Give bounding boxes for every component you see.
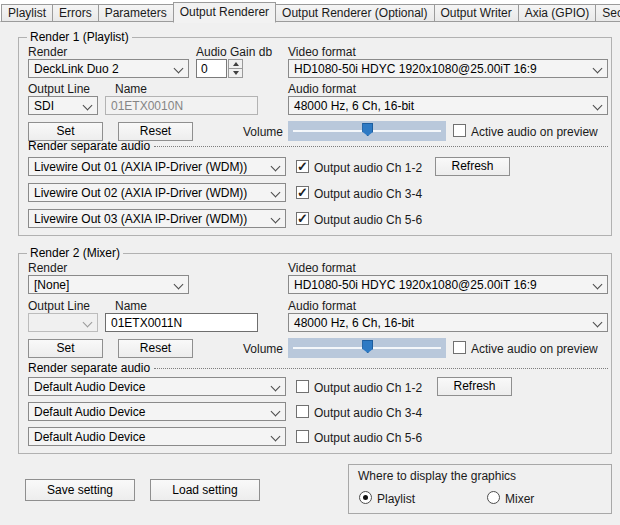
render1-separate-audio-header: Render separate audio (28, 139, 608, 153)
render1-audio-gain-label: Audio Gain db (196, 45, 272, 59)
render1-volume-label: Volume (241, 125, 283, 139)
dotted-separator (154, 368, 608, 369)
render2-reset-button[interactable]: Reset (118, 339, 193, 358)
render2-separate-audio-device-3[interactable]: Default Audio Device (28, 427, 286, 446)
render1-active-audio-label: Active audio on preview (471, 125, 598, 139)
chevron-down-icon (174, 64, 184, 74)
arrow-up-icon (233, 62, 239, 66)
tab-output-writer[interactable]: Output Writer (434, 4, 519, 22)
chevron-down-icon (271, 407, 281, 417)
device-value: Default Audio Device (34, 405, 145, 419)
render1-video-format-value: HD1080-50i HDYC 1920x1080@25.00iT 16:9 (294, 62, 537, 76)
chevron-down-icon (174, 280, 184, 290)
tab-output-renderer-optional[interactable]: Output Renderer (Optional) (275, 4, 434, 22)
chevron-down-icon (593, 280, 603, 290)
render2-refresh-button[interactable]: Refresh (437, 377, 512, 396)
render2-output-line-label: Output Line (28, 299, 90, 313)
render1-separate-audio-label: Render separate audio (28, 139, 150, 153)
render1-ch34-checkbox[interactable] (296, 186, 309, 199)
tab-errors[interactable]: Errors (52, 4, 99, 22)
spinner-down-button[interactable] (228, 68, 243, 78)
render1-render-value: DeckLink Duo 2 (34, 62, 119, 76)
chevron-down-icon (271, 214, 281, 224)
graphics-mixer-label: Mixer (505, 492, 534, 506)
render2-separate-audio-device-2[interactable]: Default Audio Device (28, 402, 286, 421)
render2-name-field[interactable] (105, 313, 258, 332)
render2-active-audio-checkbox[interactable] (453, 341, 466, 354)
device-value: Livewire Out 02 (AXIA IP-Driver (WDM)) (34, 186, 247, 200)
render1-separate-audio-device-3[interactable]: Livewire Out 03 (AXIA IP-Driver (WDM)) (28, 209, 286, 228)
render2-ch12-checkbox[interactable] (296, 380, 309, 393)
render2-render-select[interactable]: [None] (28, 275, 189, 294)
render1-separate-audio-device-1[interactable]: Livewire Out 01 (AXIA IP-Driver (WDM)) (28, 157, 286, 176)
render2-volume-label: Volume (241, 342, 283, 356)
render2-output-line-select[interactable] (28, 313, 98, 332)
chevron-down-icon (83, 318, 93, 328)
render1-audio-format-select[interactable]: 48000 Hz, 6 Ch, 16-bit (288, 96, 608, 115)
render2-video-format-value: HD1080-50i HDYC 1920x1080@25.00iT 16:9 (294, 278, 537, 292)
render1-ch12-checkbox[interactable] (296, 160, 309, 173)
device-value: Livewire Out 01 (AXIA IP-Driver (WDM)) (34, 160, 247, 174)
load-setting-button[interactable]: Load setting (150, 479, 260, 501)
render1-ch56-label: Output audio Ch 5-6 (314, 213, 422, 227)
graphics-display-groupbox: Where to display the graphics Playlist M… (348, 464, 612, 514)
graphics-group-title: Where to display the graphics (358, 469, 516, 483)
graphics-mixer-radio[interactable] (487, 491, 500, 504)
render2-audio-format-select[interactable]: 48000 Hz, 6 Ch, 16-bit (288, 313, 608, 332)
render1-audio-gain-stepper[interactable]: 0 (196, 59, 243, 78)
render1-ch56-checkbox[interactable] (296, 212, 309, 225)
render1-name-field[interactable] (105, 96, 258, 115)
render2-audio-format-value: 48000 Hz, 6 Ch, 16-bit (294, 316, 414, 330)
render1-output-line-select[interactable]: SDI (28, 96, 98, 115)
volume-slider-thumb[interactable] (362, 123, 373, 136)
render2-separate-audio-header: Render separate audio (28, 361, 608, 375)
tab-playlist[interactable]: Playlist (1, 4, 53, 22)
volume-slider-thumb[interactable] (362, 340, 373, 353)
render1-volume-slider[interactable] (288, 121, 446, 141)
render2-volume-slider[interactable] (288, 338, 446, 358)
tab-axia-gpio[interactable]: Axia (GPIO) (518, 4, 597, 22)
chevron-down-icon (593, 101, 603, 111)
render1-audio-format-label: Audio format (288, 82, 356, 96)
render1-render-select[interactable]: DeckLink Duo 2 (28, 59, 189, 78)
chevron-down-icon (593, 318, 603, 328)
chevron-down-icon (83, 101, 93, 111)
device-value: Livewire Out 03 (AXIA IP-Driver (WDM)) (34, 212, 247, 226)
tab-parameters[interactable]: Parameters (98, 4, 174, 22)
render2-render-value: [None] (34, 278, 69, 292)
render2-active-audio-label: Active audio on preview (471, 342, 598, 356)
render1-name-label: Name (115, 82, 147, 96)
render1-video-format-select[interactable]: HD1080-50i HDYC 1920x1080@25.00iT 16:9 (288, 59, 608, 78)
tab-output-renderer[interactable]: Output Renderer (173, 2, 276, 23)
render1-ch12-label: Output audio Ch 1-2 (314, 161, 422, 175)
render2-ch56-checkbox[interactable] (296, 430, 309, 443)
graphics-playlist-radio[interactable] (359, 491, 372, 504)
save-setting-button[interactable]: Save setting (25, 479, 135, 501)
render1-ch34-label: Output audio Ch 3-4 (314, 187, 422, 201)
render2-ch56-label: Output audio Ch 5-6 (314, 431, 422, 445)
chevron-down-icon (593, 64, 603, 74)
render2-video-format-label: Video format (288, 261, 356, 275)
chevron-down-icon (271, 162, 281, 172)
tab-secondary-events[interactable]: Secondary Events (595, 4, 620, 22)
chevron-down-icon (271, 188, 281, 198)
render2-ch34-label: Output audio Ch 3-4 (314, 406, 422, 420)
render1-group-title: Render 1 (Playlist) (27, 30, 132, 44)
device-value: Default Audio Device (34, 430, 145, 444)
render2-separate-audio-device-1[interactable]: Default Audio Device (28, 377, 286, 396)
render2-video-format-select[interactable]: HD1080-50i HDYC 1920x1080@25.00iT 16:9 (288, 275, 608, 294)
render2-ch34-checkbox[interactable] (296, 405, 309, 418)
render1-separate-audio-device-2[interactable]: Livewire Out 02 (AXIA IP-Driver (WDM)) (28, 183, 286, 202)
render1-output-line-value: SDI (34, 99, 54, 113)
device-value: Default Audio Device (34, 380, 145, 394)
graphics-playlist-label: Playlist (377, 492, 415, 506)
chevron-down-icon (271, 432, 281, 442)
arrow-down-icon (233, 71, 239, 75)
render2-audio-format-label: Audio format (288, 299, 356, 313)
render1-audio-format-value: 48000 Hz, 6 Ch, 16-bit (294, 99, 414, 113)
render2-set-button[interactable]: Set (28, 339, 103, 358)
render1-refresh-button[interactable]: Refresh (435, 157, 510, 176)
render1-active-audio-checkbox[interactable] (453, 124, 466, 137)
render1-audio-gain-value[interactable]: 0 (196, 59, 227, 78)
render1-output-line-label: Output Line (28, 82, 90, 96)
